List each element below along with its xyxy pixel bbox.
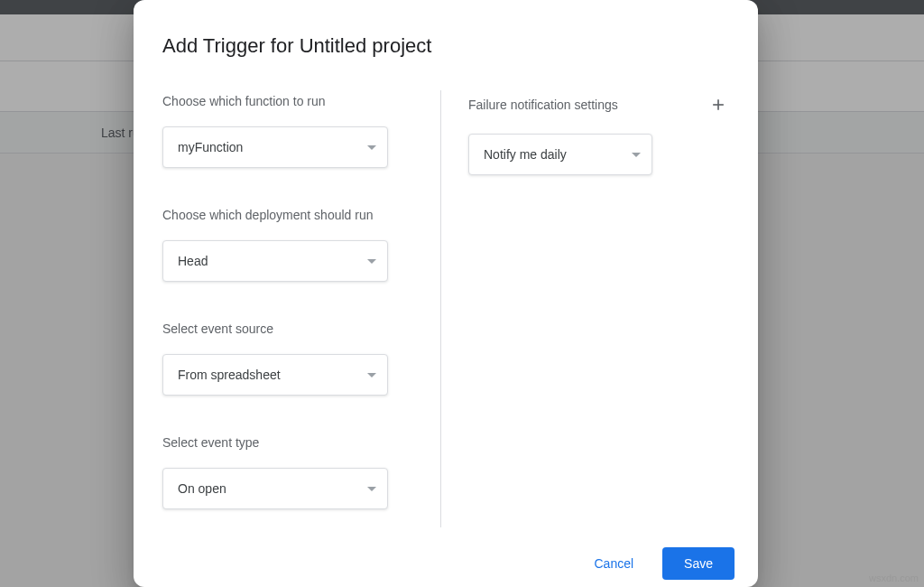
save-button[interactable]: Save [662,547,735,580]
deployment-value: Head [178,254,208,268]
chevron-down-icon [367,373,376,377]
dialog-body: Choose which function to run myFunction … [134,58,758,535]
event-source-select[interactable]: From spreadsheet [162,354,388,396]
column-divider [440,90,441,527]
event-source-field: Select event source From spreadsheet [162,321,440,396]
notification-label: Failure notification settings [468,98,618,112]
notification-value: Notify me daily [484,147,567,162]
event-type-value: On open [178,481,226,496]
function-select[interactable]: myFunction [162,126,388,168]
event-source-label: Select event source [162,321,440,336]
add-trigger-dialog: Add Trigger for Untitled project Choose … [134,0,758,587]
event-type-label: Select event type [162,435,440,450]
dialog-title: Add Trigger for Untitled project [134,0,758,58]
function-value: myFunction [178,140,243,154]
watermark: wsxdn.com [869,573,919,583]
add-notification-button[interactable] [707,94,729,116]
notification-select[interactable]: Notify me daily [468,134,652,175]
right-column: Failure notification settings Notify me … [468,94,729,535]
chevron-down-icon [367,259,376,264]
chevron-down-icon [367,145,376,150]
dialog-footer: Cancel Save [134,535,758,587]
plus-icon [709,96,727,114]
chevron-down-icon [632,153,641,157]
function-label: Choose which function to run [162,94,440,108]
function-field: Choose which function to run myFunction [162,94,440,168]
cancel-button[interactable]: Cancel [587,547,641,580]
deployment-select[interactable]: Head [162,240,388,282]
event-source-value: From spreadsheet [178,368,281,382]
deployment-label: Choose which deployment should run [162,208,440,222]
chevron-down-icon [367,487,376,491]
event-type-field: Select event type On open [162,435,440,509]
notification-header: Failure notification settings [468,94,729,116]
left-column: Choose which function to run myFunction … [162,94,440,535]
event-type-select[interactable]: On open [162,468,388,509]
notification-field: Failure notification settings Notify me … [468,94,729,175]
deployment-field: Choose which deployment should run Head [162,208,440,282]
